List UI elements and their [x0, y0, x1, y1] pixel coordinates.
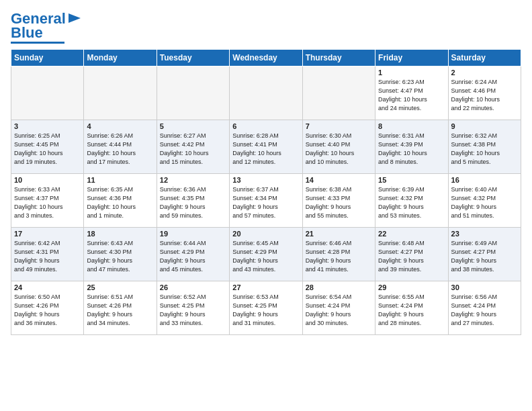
weekday-header: Sunday: [11, 50, 84, 66]
day-number: 16: [451, 176, 518, 184]
day-info: Sunrise: 6:36 AM Sunset: 4:35 PM Dayligh…: [160, 185, 226, 220]
day-number: 27: [232, 283, 299, 291]
day-info: Sunrise: 6:31 AM Sunset: 4:39 PM Dayligh…: [378, 132, 445, 167]
day-info: Sunrise: 6:28 AM Sunset: 4:41 PM Dayligh…: [232, 132, 299, 167]
calendar-table: SundayMondayTuesdayWednesdayThursdayFrid…: [11, 49, 521, 335]
day-info: Sunrise: 6:48 AM Sunset: 4:27 PM Dayligh…: [378, 239, 445, 274]
weekday-header: Tuesday: [157, 50, 229, 66]
day-info: Sunrise: 6:43 AM Sunset: 4:30 PM Dayligh…: [87, 239, 153, 274]
calendar-day-cell: 20Sunrise: 6:45 AM Sunset: 4:29 PM Dayli…: [230, 228, 302, 281]
calendar-day-cell: 19Sunrise: 6:44 AM Sunset: 4:29 PM Dayli…: [157, 228, 229, 281]
weekday-header: Wednesday: [230, 50, 302, 66]
day-number: 17: [14, 230, 81, 238]
calendar-day-cell: 18Sunrise: 6:43 AM Sunset: 4:30 PM Dayli…: [84, 228, 157, 281]
calendar-day-cell: 17Sunrise: 6:42 AM Sunset: 4:31 PM Dayli…: [11, 228, 84, 281]
calendar-day-cell: [157, 66, 229, 120]
calendar-day-cell: 4Sunrise: 6:26 AM Sunset: 4:44 PM Daylig…: [84, 120, 157, 174]
day-number: 13: [232, 176, 299, 184]
calendar-day-cell: 27Sunrise: 6:53 AM Sunset: 4:25 PM Dayli…: [230, 281, 302, 335]
day-info: Sunrise: 6:54 AM Sunset: 4:24 PM Dayligh…: [306, 293, 372, 328]
calendar-day-cell: 11Sunrise: 6:35 AM Sunset: 4:36 PM Dayli…: [84, 174, 157, 228]
day-info: Sunrise: 6:23 AM Sunset: 4:47 PM Dayligh…: [378, 78, 445, 113]
calendar-day-cell: 15Sunrise: 6:39 AM Sunset: 4:32 PM Dayli…: [375, 174, 448, 228]
day-number: 7: [306, 122, 372, 130]
day-number: 28: [306, 283, 372, 291]
day-number: 23: [451, 230, 518, 238]
calendar-day-cell: [11, 66, 84, 120]
calendar-day-cell: 6Sunrise: 6:28 AM Sunset: 4:41 PM Daylig…: [230, 120, 302, 174]
day-info: Sunrise: 6:55 AM Sunset: 4:24 PM Dayligh…: [378, 293, 445, 328]
day-info: Sunrise: 6:24 AM Sunset: 4:46 PM Dayligh…: [451, 78, 518, 113]
day-number: 18: [87, 230, 153, 238]
calendar-day-cell: 16Sunrise: 6:40 AM Sunset: 4:32 PM Dayli…: [448, 174, 521, 228]
calendar-day-cell: 23Sunrise: 6:49 AM Sunset: 4:27 PM Dayli…: [448, 228, 521, 281]
calendar-day-cell: 22Sunrise: 6:48 AM Sunset: 4:27 PM Dayli…: [375, 228, 448, 281]
day-info: Sunrise: 6:35 AM Sunset: 4:36 PM Dayligh…: [87, 185, 153, 220]
day-number: 8: [378, 122, 445, 130]
weekday-header: Friday: [375, 50, 448, 66]
logo-arrow-icon: [69, 12, 81, 24]
calendar-day-cell: 25Sunrise: 6:51 AM Sunset: 4:26 PM Dayli…: [84, 281, 157, 335]
day-number: 26: [160, 283, 226, 291]
calendar-day-cell: 5Sunrise: 6:27 AM Sunset: 4:42 PM Daylig…: [157, 120, 229, 174]
day-number: 1: [378, 68, 445, 77]
calendar-day-cell: 21Sunrise: 6:46 AM Sunset: 4:28 PM Dayli…: [302, 228, 375, 281]
day-info: Sunrise: 6:39 AM Sunset: 4:32 PM Dayligh…: [378, 185, 445, 220]
calendar-day-cell: 2Sunrise: 6:24 AM Sunset: 4:46 PM Daylig…: [448, 66, 521, 120]
day-number: 20: [232, 230, 299, 238]
calendar-day-cell: 24Sunrise: 6:50 AM Sunset: 4:26 PM Dayli…: [11, 281, 84, 335]
calendar-header-row: SundayMondayTuesdayWednesdayThursdayFrid…: [11, 50, 521, 66]
day-info: Sunrise: 6:51 AM Sunset: 4:26 PM Dayligh…: [87, 293, 153, 328]
day-number: 25: [87, 283, 153, 291]
svg-marker-0: [69, 13, 81, 23]
day-number: 4: [87, 122, 153, 130]
day-info: Sunrise: 6:50 AM Sunset: 4:26 PM Dayligh…: [14, 293, 81, 328]
calendar-day-cell: 30Sunrise: 6:56 AM Sunset: 4:24 PM Dayli…: [448, 281, 521, 335]
page: General Blue SundayMondayTuesdayWednesda…: [0, 0, 532, 340]
day-info: Sunrise: 6:30 AM Sunset: 4:40 PM Dayligh…: [306, 132, 372, 167]
day-info: Sunrise: 6:37 AM Sunset: 4:34 PM Dayligh…: [232, 185, 299, 220]
logo: General Blue: [11, 11, 81, 44]
calendar-day-cell: 8Sunrise: 6:31 AM Sunset: 4:39 PM Daylig…: [375, 120, 448, 174]
calendar-day-cell: 10Sunrise: 6:33 AM Sunset: 4:37 PM Dayli…: [11, 174, 84, 228]
day-info: Sunrise: 6:25 AM Sunset: 4:45 PM Dayligh…: [14, 132, 81, 167]
day-number: 15: [378, 176, 445, 184]
day-info: Sunrise: 6:49 AM Sunset: 4:27 PM Dayligh…: [451, 239, 518, 274]
calendar-day-cell: [84, 66, 157, 120]
calendar-day-cell: 26Sunrise: 6:52 AM Sunset: 4:25 PM Dayli…: [157, 281, 229, 335]
weekday-header: Thursday: [302, 50, 375, 66]
day-info: Sunrise: 6:53 AM Sunset: 4:25 PM Dayligh…: [232, 293, 299, 328]
day-info: Sunrise: 6:52 AM Sunset: 4:25 PM Dayligh…: [160, 293, 226, 328]
weekday-header: Saturday: [448, 50, 521, 66]
calendar-week-row: 24Sunrise: 6:50 AM Sunset: 4:26 PM Dayli…: [11, 281, 521, 335]
calendar-week-row: 1Sunrise: 6:23 AM Sunset: 4:47 PM Daylig…: [11, 66, 521, 120]
day-number: 10: [14, 176, 81, 184]
day-number: 29: [378, 283, 445, 291]
day-number: 11: [87, 176, 153, 184]
calendar-day-cell: [302, 66, 375, 120]
calendar-day-cell: 14Sunrise: 6:38 AM Sunset: 4:33 PM Dayli…: [302, 174, 375, 228]
day-number: 19: [160, 230, 226, 238]
day-info: Sunrise: 6:42 AM Sunset: 4:31 PM Dayligh…: [14, 239, 81, 274]
day-number: 5: [160, 122, 226, 130]
calendar-day-cell: 12Sunrise: 6:36 AM Sunset: 4:35 PM Dayli…: [157, 174, 229, 228]
day-info: Sunrise: 6:56 AM Sunset: 4:24 PM Dayligh…: [451, 293, 518, 328]
day-number: 9: [451, 122, 518, 130]
day-info: Sunrise: 6:40 AM Sunset: 4:32 PM Dayligh…: [451, 185, 518, 220]
day-info: Sunrise: 6:27 AM Sunset: 4:42 PM Dayligh…: [160, 132, 226, 167]
header: General Blue: [11, 11, 521, 44]
day-info: Sunrise: 6:38 AM Sunset: 4:33 PM Dayligh…: [306, 185, 372, 220]
day-number: 2: [451, 68, 518, 77]
day-info: Sunrise: 6:32 AM Sunset: 4:38 PM Dayligh…: [451, 132, 518, 167]
day-info: Sunrise: 6:33 AM Sunset: 4:37 PM Dayligh…: [14, 185, 81, 220]
weekday-header: Monday: [84, 50, 157, 66]
calendar-day-cell: 29Sunrise: 6:55 AM Sunset: 4:24 PM Dayli…: [375, 281, 448, 335]
day-info: Sunrise: 6:45 AM Sunset: 4:29 PM Dayligh…: [232, 239, 299, 274]
logo-blue: Blue: [11, 26, 43, 40]
calendar-week-row: 17Sunrise: 6:42 AM Sunset: 4:31 PM Dayli…: [11, 228, 521, 281]
calendar-day-cell: 9Sunrise: 6:32 AM Sunset: 4:38 PM Daylig…: [448, 120, 521, 174]
day-number: 14: [306, 176, 372, 184]
calendar-week-row: 3Sunrise: 6:25 AM Sunset: 4:45 PM Daylig…: [11, 120, 521, 174]
logo-underline: [11, 42, 64, 44]
day-info: Sunrise: 6:26 AM Sunset: 4:44 PM Dayligh…: [87, 132, 153, 167]
